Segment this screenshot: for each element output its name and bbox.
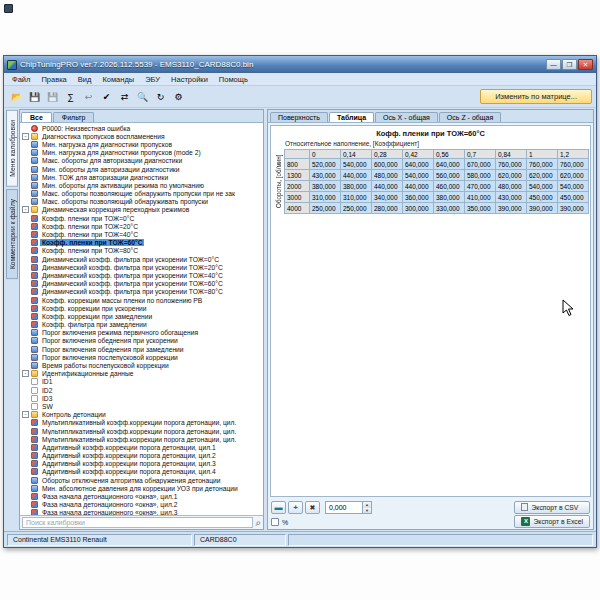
tree-item[interactable]: Динамический коэфф. фильтра при ускорени… — [20, 263, 263, 271]
tree-item[interactable]: Коэфф. коррекции массы пленки по положен… — [20, 296, 263, 304]
tree-item[interactable]: Фаза начала детонационного «окна», цил.1 — [20, 492, 263, 500]
table-cell[interactable]: 310,000 — [310, 192, 341, 203]
spin-down-icon[interactable]: ▼ — [363, 508, 371, 514]
table-cell[interactable]: 380,000 — [310, 181, 341, 192]
table-cell[interactable]: 520,000 — [310, 159, 341, 170]
table-cell[interactable]: 540,000 — [527, 181, 558, 192]
tree-item[interactable]: Мультипликативный коэфф.коррекции порога… — [20, 435, 263, 443]
menu-item[interactable]: Правка — [36, 74, 71, 85]
column-header[interactable]: 0,14 — [341, 150, 372, 159]
compare-icon[interactable]: ⇄ — [116, 88, 133, 105]
tree-item[interactable]: Порог включения режима первичного обогащ… — [20, 329, 263, 337]
filter-tab[interactable]: Фильтр — [53, 112, 95, 122]
table-cell[interactable]: 430,000 — [496, 192, 527, 203]
tree-item[interactable]: Мин. абсолютное давления для коррекции У… — [20, 484, 263, 492]
table-cell[interactable]: 250,000 — [341, 203, 372, 214]
menu-item[interactable]: Настройки — [166, 74, 213, 85]
tree-item[interactable]: Обороты отключения алгоритма обнаружения… — [20, 476, 263, 484]
row-header[interactable]: 800 — [285, 159, 310, 170]
tree-item[interactable]: Коэфф. фильтра при замедлении — [20, 321, 263, 329]
tree-item[interactable]: Мин. ТОЖ для авторизации диагностики — [20, 173, 263, 181]
maximize-button[interactable]: ❐ — [562, 59, 577, 70]
expander-icon[interactable]: - — [22, 370, 29, 377]
save-all-icon[interactable]: 💾 — [44, 88, 61, 105]
tree-item[interactable]: -Динамическая коррекция переходных режим… — [20, 206, 263, 214]
column-header[interactable]: 1,2 — [558, 150, 589, 159]
expander-icon[interactable]: - — [22, 411, 29, 418]
table-cell[interactable]: 460,000 — [434, 181, 465, 192]
tree-item[interactable]: Макс. обороты позволяющий обнаруживать п… — [20, 198, 263, 206]
table-cell[interactable]: 440,000 — [341, 170, 372, 181]
tree-item[interactable]: Аддитивный коэфф.коррекции порога детона… — [20, 443, 263, 451]
row-header[interactable]: 4000 — [285, 203, 310, 214]
tree-item[interactable]: Коэфф. пленки при ТОЖ=40°С — [20, 230, 263, 238]
menu-item[interactable]: Файл — [7, 74, 35, 85]
table-cell[interactable]: 390,000 — [496, 203, 527, 214]
tree-item[interactable]: Аддитивный коэфф.коррекции порога детона… — [20, 460, 263, 468]
add-value-button[interactable]: + — [288, 501, 303, 514]
table-cell[interactable]: 580,000 — [465, 170, 496, 181]
tree-item[interactable]: -Идентификационные данные — [20, 370, 263, 378]
tree-item[interactable]: Коэфф. коррекции при ускорении — [20, 304, 263, 312]
tree-item[interactable]: -Контроль детонации — [20, 411, 263, 419]
tree-item[interactable]: Мин. обороты для авторизации диагностики — [20, 165, 263, 173]
multiply-value-button[interactable]: ✖ — [305, 501, 320, 514]
percent-checkbox[interactable] — [271, 518, 279, 526]
export-excel-button[interactable]: X Экспорт в Excel — [514, 515, 590, 528]
column-header[interactable]: 0,84 — [496, 150, 527, 159]
value-spinner[interactable]: 0,000 ▲▼ — [325, 501, 372, 514]
tree-item[interactable]: Порог включения послепусковой коррекции — [20, 353, 263, 361]
tree-item[interactable]: Динамический коэфф. фильтра при ускорени… — [20, 271, 263, 279]
expander-icon[interactable]: - — [22, 206, 29, 213]
tree-item[interactable]: Динамический коэфф. фильтра при ускорени… — [20, 280, 263, 288]
table-cell[interactable]: 390,000 — [558, 203, 589, 214]
table-cell[interactable]: 480,000 — [372, 170, 403, 181]
table-cell[interactable]: 440,000 — [403, 181, 434, 192]
tree-item[interactable]: SW — [20, 402, 263, 410]
menu-item[interactable]: Помощь — [214, 74, 253, 85]
table-cell[interactable]: 410,000 — [465, 192, 496, 203]
table-cell[interactable]: 280,000 — [372, 203, 403, 214]
expander-icon[interactable]: - — [22, 133, 29, 140]
tree-item[interactable]: P0000: Неизвестная ошибка — [20, 124, 263, 132]
column-header[interactable]: 0 — [310, 150, 341, 159]
desktop-shortcut-icon[interactable] — [4, 4, 13, 13]
tree-item[interactable]: Коэфф. пленки при ТОЖ=20°С — [20, 222, 263, 230]
menu-item[interactable]: Команды — [97, 74, 139, 85]
tree-item[interactable]: Порог включения обеднения при ускорении — [20, 337, 263, 345]
edit-by-matrix-button[interactable]: Изменить по матрице... — [480, 89, 592, 104]
table-cell[interactable]: 640,000 — [434, 159, 465, 170]
undo-icon[interactable]: ↩ — [80, 88, 97, 105]
tree-item[interactable]: ID2 — [20, 386, 263, 394]
tree-item[interactable]: Коэфф. пленки при ТОЖ=80°С — [20, 247, 263, 255]
tree-item[interactable]: Мин. нагрузка для диагностики пропусков … — [20, 149, 263, 157]
table-cell[interactable]: 380,000 — [434, 192, 465, 203]
table-cell[interactable]: 480,000 — [496, 181, 527, 192]
tree-item[interactable]: ID3 — [20, 394, 263, 402]
table-cell[interactable]: 540,000 — [403, 170, 434, 181]
table-cell[interactable]: 760,000 — [496, 159, 527, 170]
table-cell[interactable]: 350,000 — [465, 203, 496, 214]
tree-item[interactable]: Динамический коэфф. фильтра при ускорени… — [20, 255, 263, 263]
close-button[interactable]: ✕ — [578, 59, 593, 70]
table-cell[interactable]: 450,000 — [527, 192, 558, 203]
tree-item[interactable]: Динамический коэфф. фильтра при ускорени… — [20, 288, 263, 296]
table-cell[interactable]: 540,000 — [558, 181, 589, 192]
view-tab[interactable]: Поверхность — [270, 112, 328, 122]
table-cell[interactable]: 300,000 — [403, 203, 434, 214]
column-header[interactable]: 0,56 — [434, 150, 465, 159]
export-csv-button[interactable]: Экспорт в CSV — [514, 501, 590, 514]
tree-item[interactable]: Мин. нагрузка для диагностики пропусков — [20, 140, 263, 148]
table-cell[interactable]: 470,000 — [465, 181, 496, 192]
column-header[interactable]: 0,42 — [403, 150, 434, 159]
tree-item[interactable]: Время работы послепусковой коррекции — [20, 361, 263, 369]
table-cell[interactable]: 440,000 — [372, 181, 403, 192]
view-tab[interactable]: Ось Z - общая — [439, 112, 501, 122]
column-header[interactable]: 1 — [527, 150, 558, 159]
filter-tab[interactable]: Все — [21, 112, 52, 122]
side-tab-0[interactable]: Меню калибровки — [6, 110, 18, 187]
table-cell[interactable]: 760,000 — [527, 159, 558, 170]
search-input[interactable]: Поиск калибровки — [22, 517, 253, 528]
table-cell[interactable]: 640,000 — [403, 159, 434, 170]
tree-item[interactable]: Аддитивный коэфф.коррекции порога детона… — [20, 452, 263, 460]
